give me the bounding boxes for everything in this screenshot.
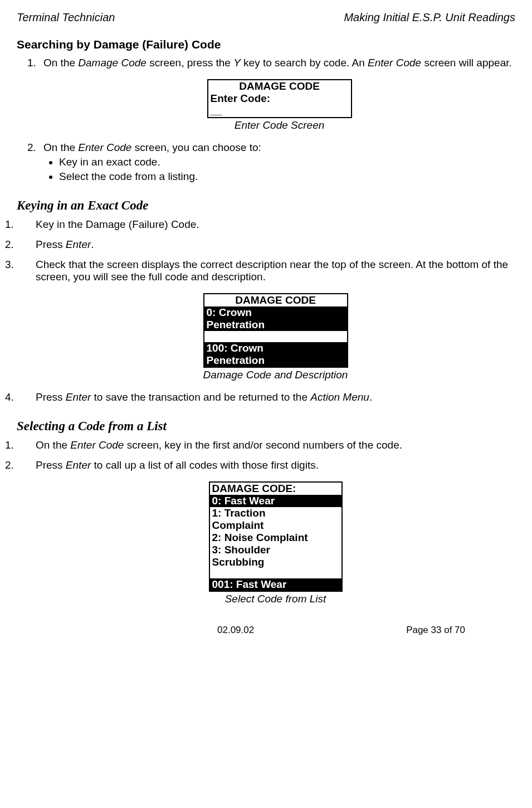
footer-date: 02.09.02 <box>217 625 254 636</box>
list-code-steps: On the Enter Code screen, key in the fir… <box>17 439 515 605</box>
exact-step-3: Check that the screen displays the corre… <box>17 259 515 381</box>
figure-caption: Select Code from List <box>209 593 343 605</box>
exact-step-1: Key in the Damage (Failure) Code. <box>17 218 515 231</box>
damage-code-desc-figure: DAMAGE CODE 0: Crown Penetration 100: Cr… <box>203 293 348 381</box>
step-2: On the Enter Code screen, you can choose… <box>39 142 515 183</box>
header-right: Making Initial E.S.P. Unit Readings <box>344 11 515 24</box>
exact-step-2: Press Enter. <box>17 238 515 251</box>
header-left: Terminal Technician <box>17 11 115 24</box>
select-code-box: DAMAGE CODE: 0: Fast Wear 1: Traction Co… <box>209 481 343 592</box>
damage-code-desc-box: DAMAGE CODE 0: Crown Penetration 100: Cr… <box>203 293 348 368</box>
select-code-figure: DAMAGE CODE: 0: Fast Wear 1: Traction Co… <box>209 481 343 605</box>
figure-caption: Enter Code Screen <box>207 119 352 132</box>
subsection-title-exact: Keying in an Exact Code <box>17 198 515 213</box>
list-step-1: On the Enter Code screen, key in the fir… <box>17 439 515 451</box>
exact-step-4: Press Enter to save the transaction and … <box>17 391 515 403</box>
main-steps: On the Damage Code screen, press the Y k… <box>39 57 515 183</box>
enter-code-screen-figure: DAMAGE CODE Enter Code: __ Enter Code Sc… <box>207 79 352 132</box>
list-step-2: Press Enter to call up a list of all cod… <box>17 459 515 605</box>
subsection-title-list: Selecting a Code from a List <box>17 419 515 434</box>
page-footer: 02.09.02 Page 33 of 70 <box>17 625 515 636</box>
step-2-bullets: Key in an exact code. Select the code fr… <box>59 156 515 183</box>
page-header: Terminal Technician Making Initial E.S.P… <box>17 11 515 24</box>
figure-caption: Damage Code and Description <box>203 369 348 381</box>
footer-page: Page 33 of 70 <box>406 625 465 636</box>
exact-code-steps: Key in the Damage (Failure) Code. Press … <box>17 218 515 403</box>
step-1: On the Damage Code screen, press the Y k… <box>39 57 515 132</box>
section-title: Searching by Damage (Failure) Code <box>17 38 515 51</box>
enter-code-box: DAMAGE CODE Enter Code: __ <box>207 79 352 118</box>
